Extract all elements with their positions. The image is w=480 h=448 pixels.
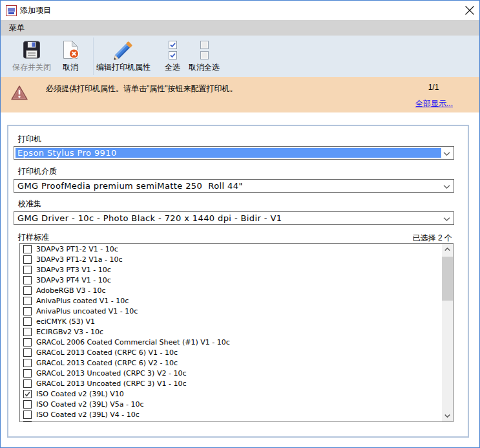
checkbox-unchecked[interactable]	[23, 400, 32, 409]
checkbox-unchecked[interactable]	[23, 328, 32, 336]
toolbar-button-cancel[interactable]: 取消	[57, 37, 83, 76]
standard-row[interactable]: AnivaPlus coated V1 - 10c	[20, 295, 442, 306]
standard-row[interactable]: GRACoL 2013 Coated (CRPC 6) V2 - 10c	[20, 357, 442, 368]
warning-banner: 必须提供打印机属性。请单击"属性"按钮来配置打印机。 1/1 全部显示...	[1, 77, 479, 112]
standard-row[interactable]: ECIRGBv2 V3 - 10c	[20, 326, 442, 337]
standard-row-label: AnivaPlus coated V1 - 10c	[36, 297, 129, 305]
standards-label: 打样标准	[18, 233, 49, 242]
toolbar-button-label: 取消全选	[189, 63, 220, 72]
standard-row[interactable]: GRACoL 2013 Uncoated (CRPC 3) V2 - 10c	[20, 368, 442, 378]
printer-label: 打印机	[18, 134, 41, 144]
form-panel: 打印机 Epson Stylus Pro 9910 打印机介质 GMG Proo…	[7, 125, 469, 438]
standard-row[interactable]: GRACoL 2013 Uncoated (CRPC 3) V1 - 10c	[20, 378, 442, 389]
media-label: 打印机介质	[18, 167, 57, 176]
chevron-down-icon	[444, 414, 450, 418]
toolbar-button-label: 取消	[63, 63, 78, 72]
standard-row[interactable]: AnivaPlus uncoated V1 - 10c	[20, 306, 442, 316]
toolbar-button-label: 编辑打印机属性	[96, 63, 151, 72]
standard-row-label: ISO Coated v2 (39L) V5a - 10c	[36, 400, 144, 409]
floppy-disk-icon	[23, 37, 41, 63]
standard-row-label: 3DAPv3 PT3 V1 - 10c	[36, 266, 111, 274]
chevron-up-icon	[444, 248, 450, 251]
checkbox-unchecked[interactable]	[23, 421, 32, 422]
toolbar-button-save-and-close[interactable]: 保存并关闭	[10, 37, 54, 76]
toolbar-button-label: 全选	[165, 63, 180, 72]
selected-count: 已选择 2 个	[413, 233, 452, 244]
calibration-combobox[interactable]: GMG Driver - 10c - Photo Black - 720 x 1…	[14, 211, 454, 225]
pencil-icon	[111, 37, 136, 63]
checkboxes-checked-icon	[169, 37, 177, 63]
standard-row-label: ECIRGBv2 V3 - 10c	[36, 328, 103, 336]
printer-combobox[interactable]: Epson Stylus Pro 9910	[14, 146, 454, 160]
checkbox-unchecked[interactable]	[23, 255, 32, 264]
warning-icon	[11, 85, 28, 101]
standard-row[interactable]: ISO Coated v2 (39L) V10	[20, 389, 442, 399]
checkbox-unchecked[interactable]	[23, 379, 32, 388]
standard-row[interactable]: eciCMYK (53) V1	[20, 316, 442, 326]
standard-row[interactable]: GRACoL 2013 Coated (CRPC 6) V1 - 10c	[20, 347, 442, 357]
checkbox-checked[interactable]	[23, 390, 32, 398]
calibration-combobox-value: GMG Driver - 10c - Photo Black - 720 x 1…	[17, 213, 441, 223]
standard-row-label: ISO Coated v2 (39L) V10	[36, 390, 124, 398]
window-title: 添加项目	[20, 1, 51, 20]
menu-bar: 菜单	[1, 20, 479, 36]
standard-row-label: eciCMYK (53) V1	[36, 317, 95, 326]
checkboxes-unchecked-icon	[200, 37, 209, 63]
checkbox-unchecked[interactable]	[23, 276, 32, 284]
standard-row-label: 3DAPv3 PT1-2 V1 - 10c	[36, 245, 118, 253]
scroll-down-button[interactable]	[442, 411, 453, 421]
standard-row[interactable]: 3DAPv3 PT1-2 V1 - 10c	[20, 244, 442, 254]
checkbox-unchecked[interactable]	[23, 266, 32, 274]
scroll-up-button[interactable]	[442, 244, 453, 255]
chevron-down-icon	[443, 185, 450, 189]
standard-row[interactable]: 3DAPv3 PT4 V1 - 10c	[20, 275, 442, 285]
vertical-scrollbar[interactable]	[442, 244, 453, 421]
checkbox-unchecked[interactable]	[23, 317, 32, 326]
standard-row-label: GRACoL 2013 Uncoated (CRPC 3) V1 - 10c	[36, 379, 186, 388]
checkbox-unchecked[interactable]	[23, 245, 32, 253]
toolbar-button-label: 保存并关闭	[12, 63, 51, 72]
checkbox-unchecked[interactable]	[23, 307, 32, 315]
toolbar-button-select-all[interactable]: 全选	[160, 37, 185, 76]
media-combobox[interactable]: GMG ProofMedia premium semiMatte 250 Rol…	[14, 179, 454, 193]
standards-listbox: 3DAPv3 PT1-2 V1 - 10c3DAPv3 PT1-2 V1a - …	[19, 243, 454, 422]
checkmark-icon	[24, 390, 31, 398]
standard-row[interactable]: AdobeRGB V3 - 10c	[20, 285, 442, 295]
media-combobox-value: GMG ProofMedia premium semiMatte 250 Rol…	[17, 181, 441, 191]
standard-row[interactable]: ISO Coated v2 (39L) V5a - 10c	[20, 399, 442, 409]
checkbox-unchecked[interactable]	[23, 338, 32, 347]
calibration-label: 校准集	[18, 199, 41, 208]
checkbox-unchecked[interactable]	[23, 369, 32, 378]
show-all-link[interactable]: 全部显示...	[415, 98, 453, 109]
scrollbar-thumb[interactable]	[442, 257, 453, 301]
chevron-down-icon	[443, 217, 450, 221]
checkbox-unchecked[interactable]	[23, 359, 32, 367]
app-icon	[6, 5, 17, 16]
standard-row[interactable]: 3DAPv3 PT3 V1 - 10c	[20, 264, 442, 275]
standard-row[interactable]: GRACoL 2006 Coated Commercial Sheet (#1)…	[20, 337, 442, 347]
checkbox-unchecked[interactable]	[23, 297, 32, 305]
checkbox-unchecked[interactable]	[23, 411, 32, 419]
add-item-dialog: 添加项目 菜单 保存并关闭取消编辑打印机属性全选取消全选 必须提供打印机属性。请…	[0, 0, 480, 448]
menu-item-menu[interactable]: 菜单	[9, 20, 25, 36]
standard-row-label: GRACoL 2013 Coated (CRPC 6) V1 - 10c	[36, 348, 178, 357]
standard-row[interactable]	[20, 420, 442, 421]
standard-row-label: GRACoL 2013 Coated (CRPC 6) V2 - 10c	[36, 359, 178, 367]
toolbar-button-deselect-all[interactable]: 取消全选	[189, 37, 220, 76]
toolbar: 保存并关闭取消编辑打印机属性全选取消全选	[1, 36, 479, 77]
title-bar: 添加项目	[1, 1, 479, 20]
standard-row-label: AnivaPlus uncoated V1 - 10c	[36, 307, 138, 315]
printer-combobox-value: Epson Stylus Pro 9910	[16, 148, 441, 158]
checkbox-unchecked[interactable]	[23, 286, 32, 295]
standard-row[interactable]: 3DAPv3 PT1-2 V1a - 10c	[20, 254, 442, 264]
standard-row-label: 3DAPv3 PT1-2 V1a - 10c	[36, 255, 123, 264]
standard-row[interactable]: ISO Coated v2 (39L) V4 - 10c	[20, 409, 442, 420]
standard-row-label: ISO Coated v2 (39L) V4 - 10c	[36, 411, 140, 419]
close-icon	[464, 5, 475, 16]
standard-row-label: AdobeRGB V3 - 10c	[36, 286, 106, 295]
chevron-down-icon	[443, 152, 450, 156]
checkbox-unchecked[interactable]	[23, 348, 32, 357]
toolbar-button-edit-printer-properties[interactable]: 编辑打印机属性	[95, 37, 152, 76]
close-button[interactable]	[461, 1, 479, 20]
standards-list: 3DAPv3 PT1-2 V1 - 10c3DAPv3 PT1-2 V1a - …	[20, 244, 442, 421]
